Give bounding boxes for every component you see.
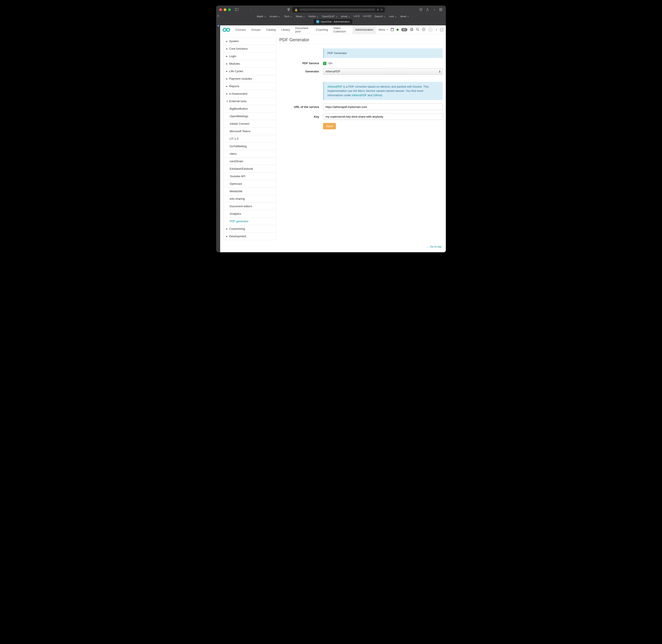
- on-label: On: [329, 62, 332, 65]
- bookmarks-bar: Apple ⌄ eLearn ⌄ Tech ⌄ News ⌄ frentix ⌄…: [220, 14, 446, 19]
- bookmark-item[interactable]: privat ⌄: [341, 15, 350, 18]
- sidebar-document-editors[interactable]: Document editors: [223, 203, 276, 210]
- sidebar-opencast[interactable]: Opencast: [223, 180, 276, 188]
- shield-icon[interactable]: [286, 8, 290, 12]
- sidebar-customizing[interactable]: ▶Customizing: [223, 225, 276, 233]
- user-menu-caret[interactable]: ▼: [436, 29, 437, 31]
- bookmark-item[interactable]: Search ⌄: [375, 15, 386, 18]
- sidebar-life-cycles[interactable]: ▶Life Cycles: [223, 68, 276, 75]
- avatar[interactable]: [428, 27, 433, 32]
- svg-rect-3: [439, 8, 441, 9]
- sidebar-login[interactable]: ▶Login: [223, 52, 276, 60]
- bookmark-item[interactable]: News ⌄: [296, 15, 305, 18]
- sidebar-bigbluebutton[interactable]: BigBlueButton: [223, 105, 276, 113]
- back-button[interactable]: 〈: [248, 8, 252, 12]
- search-icon[interactable]: [416, 28, 419, 32]
- fullscreen-icon[interactable]: ⤢: [440, 28, 443, 31]
- key-input[interactable]: [323, 113, 443, 120]
- svg-rect-0: [235, 8, 239, 10]
- minimize-window-button[interactable]: [224, 8, 226, 11]
- close-window-button[interactable]: [219, 8, 222, 11]
- bookmark-item[interactable]: devel ⌄: [400, 15, 410, 18]
- tab-title: OpenOlat - Administration: [321, 20, 350, 23]
- reload-icon[interactable]: ↻: [381, 8, 383, 11]
- titlebar: ⌄ 〈 〉 🔒 ⇄ ↻ ＋: [216, 5, 446, 14]
- browser-tab[interactable]: ∞ OpenOlat - Administration: [313, 19, 352, 24]
- sidebar-e-assessment[interactable]: ▶e-Assessment: [223, 90, 276, 97]
- nav-video-collection[interactable]: Video Collection: [331, 25, 352, 34]
- new-tab-icon[interactable]: ＋: [432, 8, 436, 12]
- sidebar-reports[interactable]: ▶Reports: [223, 83, 276, 90]
- sidebar-lti[interactable]: LTI 1.3: [223, 135, 276, 143]
- sidebar-external-tools[interactable]: ▼External tools: [223, 97, 276, 105]
- bookmark-item[interactable]: eLearn ⌄: [270, 15, 281, 18]
- generator-select[interactable]: AthenaPDF ▴▾: [323, 68, 443, 75]
- notification-badge[interactable]: 0/1: [401, 28, 407, 31]
- translate-icon[interactable]: ⇄: [377, 8, 379, 11]
- nav-catalog[interactable]: Catalog: [263, 25, 279, 34]
- pdf-service-checkbox[interactable]: ✓: [323, 62, 326, 65]
- github-link[interactable]: GitHub: [373, 94, 382, 97]
- nav-groups[interactable]: Groups: [249, 25, 263, 34]
- sidebar-analytics[interactable]: Analytics: [223, 210, 276, 217]
- nav-more[interactable]: More▼: [376, 25, 391, 34]
- bookmark-item[interactable]: frentix ⌄: [309, 15, 318, 18]
- sidebar-toggle-icon[interactable]: [235, 8, 239, 12]
- chevron-updown-icon: ▴▾: [439, 70, 440, 73]
- athenapdf-link-1[interactable]: AthenaPDF: [328, 85, 342, 88]
- tab-overview-icon[interactable]: [439, 8, 443, 12]
- key-label: Key: [284, 115, 323, 118]
- apps-grid-icon[interactable]: [217, 15, 219, 17]
- logo[interactable]: [222, 27, 230, 32]
- sidebar-modules[interactable]: ▶Modules: [223, 60, 276, 68]
- browser-window: ⌄ 〈 〉 🔒 ⇄ ↻ ＋: [216, 5, 446, 252]
- sidebar-microsoft-teams[interactable]: Microsoft Teams: [223, 128, 276, 135]
- athenapdf-link-2[interactable]: AthenaPDF: [352, 94, 367, 97]
- main-content: PDF Generator PDF Generator PDF Service …: [279, 37, 443, 240]
- nav-document-pool[interactable]: Document pool: [292, 25, 313, 34]
- nav-library[interactable]: Library: [279, 25, 292, 34]
- nav-administration[interactable]: Administration: [352, 25, 376, 34]
- top-nav: Courses Groups Catalog Library Document …: [220, 25, 446, 34]
- sidebar-vitero[interactable]: vitero: [223, 150, 276, 158]
- sidebar-edubase[interactable]: Edubase/Edubook: [223, 165, 276, 172]
- sidebar-core-functions[interactable]: ▶Core functions: [223, 45, 276, 52]
- extension-icon[interactable]: ◆: [217, 24, 219, 27]
- bookmark-item[interactable]: cool ⌄: [389, 15, 397, 18]
- bookmark-item[interactable]: LH-S: [354, 15, 359, 18]
- go-to-top-link[interactable]: ︿ Go to top: [426, 245, 441, 248]
- sidebar-development[interactable]: ▶Development: [223, 233, 276, 240]
- sidebar-mediasite[interactable]: MediaSite: [223, 188, 276, 195]
- sidebar-system[interactable]: ▶System: [223, 37, 276, 45]
- svg-rect-9: [391, 28, 394, 31]
- sidebar-adobe-connect[interactable]: Adobe Connect: [223, 120, 276, 128]
- svg-rect-13: [411, 28, 413, 29]
- url-input[interactable]: [323, 104, 443, 110]
- sidebar-pdf-generator[interactable]: PDF generator: [223, 217, 276, 225]
- help-icon[interactable]: ?: [422, 28, 425, 32]
- address-bar[interactable]: 🔒 ⇄ ↻: [292, 7, 385, 13]
- banner: PDF Generator: [323, 48, 443, 58]
- save-button[interactable]: Save: [323, 123, 336, 129]
- sidebar-payment-modules[interactable]: ▶Payment modules: [223, 75, 276, 83]
- downloads-icon[interactable]: [419, 8, 423, 12]
- status-indicator[interactable]: [397, 29, 399, 31]
- sidebar-openmeetings[interactable]: OpenMeetings: [223, 113, 276, 120]
- nav-coaching[interactable]: Coaching: [313, 25, 331, 34]
- bookmark-item[interactable]: LH-OO: [363, 15, 371, 18]
- sidebar-card2brain[interactable]: card2brain: [223, 158, 276, 165]
- calendar-icon[interactable]: [391, 28, 394, 32]
- print-icon[interactable]: [410, 28, 413, 32]
- bookmark-item[interactable]: OpenOLAT ⌄: [322, 15, 337, 18]
- bookmark-item[interactable]: Apple ⌄: [257, 15, 266, 18]
- sidebar-youtube-api[interactable]: Youtube API: [223, 172, 276, 180]
- fullscreen-window-button[interactable]: [228, 8, 231, 11]
- nav-courses[interactable]: Courses: [233, 25, 248, 34]
- forward-button[interactable]: 〉: [255, 8, 259, 12]
- svg-line-17: [418, 30, 419, 31]
- share-icon[interactable]: [425, 8, 429, 12]
- tab-dropdown-icon[interactable]: ⌄: [241, 8, 245, 11]
- sidebar-gotomeeting[interactable]: GoToMeeting: [223, 143, 276, 150]
- sidebar-edu-sharing[interactable]: edu-sharing: [223, 195, 276, 203]
- bookmark-item[interactable]: Tech ⌄: [284, 15, 292, 18]
